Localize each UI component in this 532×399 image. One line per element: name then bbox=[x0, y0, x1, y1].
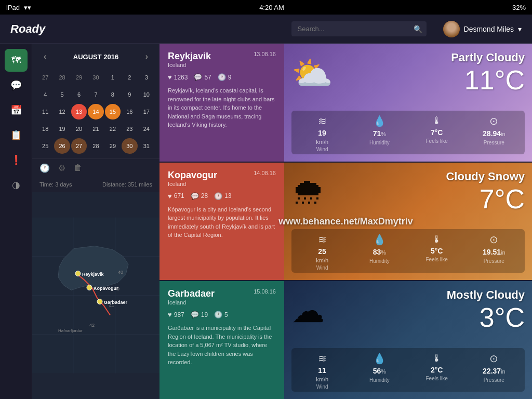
cal-day[interactable]: 26 bbox=[54, 138, 70, 154]
calendar-next[interactable]: › bbox=[142, 51, 151, 62]
cal-day[interactable]: 9 bbox=[122, 87, 137, 102]
feels-stat-3: 🌡 2°C Feels like bbox=[408, 352, 466, 390]
cal-day[interactable]: 31 bbox=[139, 138, 154, 154]
cal-day[interactable]: 5 bbox=[54, 87, 70, 102]
humidity-unit-1: % bbox=[381, 131, 386, 137]
comment-icon-2: 💬 bbox=[191, 192, 199, 200]
humidity-icon-3: 💧 bbox=[373, 352, 386, 365]
card-info-reykjavik: Reykjavik Iceland 13.08.16 ♥ 1263 💬 57 bbox=[159, 44, 284, 162]
svg-text:Hafnarfjordur: Hafnarfjordur bbox=[58, 328, 83, 333]
sidebar-item-calendar[interactable]: 📅 bbox=[5, 99, 28, 122]
cal-day[interactable]: 28 bbox=[54, 70, 70, 85]
calendar-icon: 📅 bbox=[10, 104, 22, 116]
wind-unit-3: km\h bbox=[316, 376, 328, 382]
pressure-label-3: Pressure bbox=[484, 377, 504, 383]
cal-day[interactable]: 24 bbox=[139, 121, 154, 137]
status-right: 32% bbox=[512, 4, 526, 11]
cal-day[interactable]: 27 bbox=[71, 138, 87, 154]
search-container: 🔍 bbox=[291, 21, 427, 36]
map-svg: 40 49 41 42 Reykjavik Kopavogur Garbadae… bbox=[32, 192, 159, 399]
user-section[interactable]: Desmond Miles ▾ bbox=[443, 21, 522, 37]
battery-label: 32% bbox=[512, 4, 526, 11]
avatar bbox=[443, 21, 460, 37]
pressure-label-2: Pressure bbox=[484, 258, 504, 264]
gear-icon[interactable]: ⚙ bbox=[58, 163, 65, 173]
calendar-prev[interactable]: ‹ bbox=[41, 51, 49, 62]
weather-icon-1: ⛅ bbox=[291, 54, 333, 93]
cal-day[interactable]: 21 bbox=[88, 121, 103, 137]
cal-day[interactable]: 20 bbox=[71, 121, 87, 137]
condition-text-1: Partly Cloudy bbox=[451, 51, 525, 64]
clock-icon-3: 🕐 bbox=[214, 311, 222, 318]
sidebar-item-notes[interactable]: 📋 bbox=[5, 124, 28, 147]
cal-day[interactable]: 23 bbox=[122, 121, 137, 137]
stats-icon: ◑ bbox=[12, 179, 20, 191]
cal-day[interactable]: 6 bbox=[71, 87, 87, 102]
pressure-stat-2: ⊙ 19.51in Pressure bbox=[466, 233, 523, 271]
clock-icon[interactable]: 🕐 bbox=[39, 163, 50, 173]
comments-3: 💬 19 bbox=[191, 311, 208, 318]
cal-day[interactable]: 2 bbox=[122, 70, 137, 85]
sidebar-item-stats[interactable]: ◑ bbox=[5, 174, 28, 196]
weather-stats-row-3: ≋ 11 km\h Wind 💧 56% Humidity bbox=[291, 348, 525, 392]
cal-day[interactable]: 19 bbox=[54, 121, 70, 137]
trash-icon[interactable]: 🗑 bbox=[74, 163, 82, 173]
condition-text-3: Mostly Cloudy bbox=[447, 288, 525, 302]
comment-icon-3: 💬 bbox=[191, 311, 199, 318]
card-info-kopavogur: Kopavogur Iceland 14.08.16 ♥ 671 💬 28 bbox=[159, 163, 284, 281]
svg-text:Garbadaer: Garbadaer bbox=[104, 300, 128, 305]
cal-day[interactable]: 30 bbox=[122, 138, 137, 154]
cal-day[interactable]: 16 bbox=[122, 104, 137, 119]
cal-day[interactable]: 25 bbox=[37, 138, 53, 154]
cal-day[interactable]: 29 bbox=[71, 70, 87, 85]
calendar-grid: 27 28 29 30 1 2 3 4 5 6 7 8 9 10 11 12 1… bbox=[32, 70, 159, 155]
likes-2: ♥ 671 bbox=[168, 192, 184, 200]
cal-day-today[interactable]: 13 bbox=[71, 104, 87, 119]
pressure-unit-2: in bbox=[501, 249, 506, 256]
humidity-label-2: Humidity bbox=[369, 258, 390, 264]
comment-icon-1: 💬 bbox=[194, 73, 202, 81]
cal-day-selected[interactable]: 14 bbox=[88, 104, 103, 119]
cal-day[interactable]: 3 bbox=[139, 70, 154, 85]
sidebar-item-alerts[interactable]: ❗ bbox=[5, 149, 28, 171]
cal-day[interactable]: 30 bbox=[88, 70, 103, 85]
cal-day[interactable]: 18 bbox=[37, 121, 53, 137]
map-icon: 🗺 bbox=[11, 55, 21, 66]
svg-point-12 bbox=[87, 285, 92, 290]
condition-temp-1: Partly Cloudy 11°C bbox=[451, 51, 525, 96]
status-time: 4:20 AM bbox=[259, 4, 284, 11]
calendar-footer: 🕐 ⚙ 🗑 bbox=[32, 158, 159, 177]
cal-day[interactable]: 17 bbox=[139, 104, 154, 119]
wind-label-1: Wind bbox=[316, 147, 328, 152]
cal-day[interactable]: 7 bbox=[88, 87, 103, 102]
cal-day[interactable]: 1 bbox=[105, 70, 121, 85]
cal-day[interactable]: 11 bbox=[37, 104, 53, 119]
cal-day[interactable]: 27 bbox=[37, 70, 53, 85]
pressure-value-1: 28.94 bbox=[483, 129, 501, 138]
weather-overlay-2: 🌨 Cloudy Snowy 7°C ≋ 25 km\h Win bbox=[284, 163, 532, 281]
cal-row-1: 4 5 6 7 8 9 10 bbox=[37, 87, 154, 102]
cal-day[interactable]: 4 bbox=[37, 87, 53, 102]
date-2: 14.08.16 bbox=[254, 170, 276, 176]
wind-icon-1: ≋ bbox=[318, 115, 327, 127]
dropdown-icon[interactable]: ▾ bbox=[518, 25, 522, 33]
search-input[interactable] bbox=[291, 21, 427, 36]
chat-icon: 💬 bbox=[10, 79, 22, 91]
cal-day-selected[interactable]: 15 bbox=[105, 104, 121, 119]
cal-day[interactable]: 28 bbox=[88, 138, 103, 154]
cal-day[interactable]: 8 bbox=[105, 87, 121, 102]
sidebar-item-map[interactable]: 🗺 bbox=[5, 49, 28, 72]
humidity-unit-3: % bbox=[381, 368, 386, 375]
humidity-icon-2: 💧 bbox=[373, 233, 386, 246]
card-visual-1: ⛅ Partly Cloudy 11°C ≋ 19 km\h Wi bbox=[284, 44, 532, 162]
cal-day[interactable]: 29 bbox=[105, 138, 121, 154]
cal-day[interactable]: 10 bbox=[139, 87, 154, 102]
search-icon[interactable]: 🔍 bbox=[414, 25, 422, 33]
pressure-value-2: 19.51 bbox=[483, 248, 501, 256]
pressure-stat-1: ⊙ 28.94in Pressure bbox=[466, 115, 523, 152]
sidebar-item-chat[interactable]: 💬 bbox=[5, 74, 28, 97]
cal-day[interactable]: 22 bbox=[105, 121, 121, 137]
humidity-label-3: Humidity bbox=[369, 377, 390, 383]
likes-count-1: 1263 bbox=[174, 74, 188, 81]
cal-day[interactable]: 12 bbox=[54, 104, 70, 119]
